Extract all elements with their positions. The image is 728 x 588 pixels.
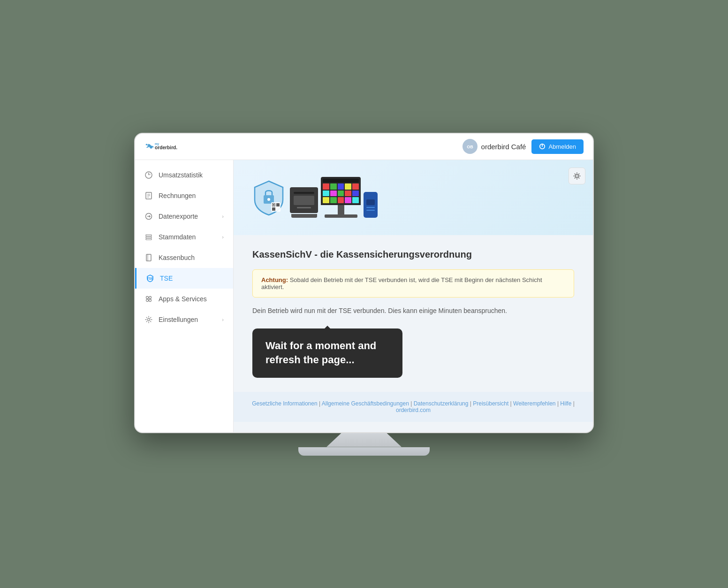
- chevron-right-icon-2: ›: [222, 234, 224, 240]
- svg-point-0: [147, 144, 148, 145]
- app-header: my orderbird. OB orderbird Café: [135, 134, 593, 160]
- sidebar-label-apps-services: Apps & Services: [159, 295, 207, 303]
- footer-link-preise[interactable]: Preisübersicht: [473, 400, 508, 407]
- svg-point-20: [146, 296, 149, 298]
- sidebar-item-tse[interactable]: TSE TSE: [135, 268, 233, 289]
- sidebar-item-einstellungen[interactable]: Einstellungen ›: [135, 309, 233, 330]
- svg-point-27: [267, 198, 270, 201]
- sidebar-label-stammdaten: Stammdaten: [159, 233, 196, 241]
- svg-rect-32: [276, 203, 280, 206]
- hero-section: [234, 160, 593, 235]
- svg-text:OB: OB: [467, 145, 473, 149]
- monitor-stand: [326, 433, 402, 447]
- footer-link-agb[interactable]: Allgemeine Geschäftsbedingungen: [322, 400, 409, 407]
- tooltip-box: Wait for a moment and refresh the page..…: [252, 328, 402, 378]
- venue-logo-icon: OB: [465, 141, 475, 152]
- sidebar-label-einstellungen: Einstellungen: [159, 316, 198, 323]
- orderbird-logo: my orderbird.: [144, 138, 196, 155]
- power-icon: [539, 143, 546, 150]
- venue-avatar: OB: [463, 139, 478, 154]
- tooltip-text: Wait for a moment and refresh the page..…: [265, 340, 376, 366]
- monitor-wrapper: my orderbird. OB orderbird Café: [134, 133, 594, 456]
- shield-icon: TSE: [146, 274, 154, 283]
- header-right: OB orderbird Café Abmelden: [463, 139, 584, 154]
- sidebar-label-umsatzstatistik: Umsatzstatistik: [159, 171, 203, 179]
- logout-button[interactable]: Abmelden: [531, 139, 584, 154]
- receipt-icon: [144, 191, 153, 200]
- chevron-right-icon-3: ›: [222, 317, 224, 322]
- svg-rect-16: [146, 238, 152, 240]
- sidebar-label-rechnungen: Rechnungen: [159, 192, 196, 199]
- svg-rect-31: [273, 204, 274, 206]
- svg-point-24: [148, 318, 150, 321]
- page-title: KassenSichV - die Kassensicherungsverord…: [252, 249, 574, 260]
- tooltip-wrapper: Wait for a moment and refresh the page..…: [252, 328, 402, 378]
- svg-rect-14: [146, 235, 152, 236]
- book-icon: [144, 253, 153, 262]
- svg-point-25: [576, 175, 578, 177]
- tse-shield-hero: [252, 179, 285, 216]
- svg-text:TSE: TSE: [147, 277, 153, 280]
- sidebar-item-umsatzstatistik[interactable]: Umsatzstatistik: [135, 165, 233, 185]
- svg-point-23: [149, 299, 152, 301]
- sidebar-item-datenexporte[interactable]: Datenexporte ›: [135, 206, 233, 227]
- content-section: KassenSichV - die Kassensicherungsverord…: [234, 235, 593, 392]
- settings-top-button[interactable]: [569, 168, 585, 184]
- chart-icon: [144, 171, 153, 179]
- footer-link-orderbird[interactable]: orderbird.com: [396, 407, 431, 413]
- venue-name: orderbird Café: [481, 143, 526, 151]
- sidebar: Umsatzstatistik Rechnungen: [135, 160, 234, 432]
- logo-area: my orderbird.: [144, 138, 196, 155]
- sidebar-item-apps-services[interactable]: Apps & Services: [135, 289, 233, 309]
- warning-label: Achtung:: [261, 276, 288, 283]
- monitor-screen: my orderbird. OB orderbird Café: [134, 133, 594, 433]
- footer-link-weiterempfehlen[interactable]: Weiterempfehlen: [513, 400, 556, 407]
- sidebar-item-stammdaten[interactable]: Stammdaten ›: [135, 227, 233, 247]
- sidebar-label-tse: TSE: [160, 275, 173, 282]
- settings-icon: [573, 172, 581, 180]
- hero-illustration: [252, 177, 378, 218]
- export-icon: [144, 212, 153, 221]
- footer-link-datenschutz[interactable]: Datenschutzerklärung: [414, 400, 469, 407]
- sidebar-label-kassenbuch: Kassenbuch: [159, 254, 195, 261]
- sidebar-item-kassenbuch[interactable]: Kassenbuch: [135, 247, 233, 268]
- pos-hardware-illustration: [290, 177, 378, 218]
- gear-icon: [144, 315, 153, 324]
- layers-icon: [144, 233, 153, 241]
- svg-point-21: [149, 296, 152, 298]
- warning-box: Achtung: Sobald dein Betrieb mit der TSE…: [252, 269, 574, 298]
- footer: Gesetzliche Informationen | Allgemeine G…: [234, 392, 593, 422]
- info-text: Dein Betrieb wird nun mit der TSE verbun…: [252, 307, 574, 314]
- svg-rect-15: [146, 237, 152, 238]
- footer-link-hilfe[interactable]: Hilfe: [560, 400, 571, 407]
- venue-badge: OB orderbird Café: [463, 139, 526, 154]
- svg-rect-17: [146, 254, 151, 261]
- monitor-base: [298, 447, 430, 456]
- chevron-right-icon: ›: [222, 214, 224, 219]
- svg-text:orderbird.: orderbird.: [155, 145, 177, 150]
- app-layout: Umsatzstatistik Rechnungen: [135, 160, 593, 432]
- sidebar-label-datenexporte: Datenexporte: [159, 213, 198, 220]
- footer-link-gesetzliche[interactable]: Gesetzliche Informationen: [252, 400, 317, 407]
- sidebar-item-rechnungen[interactable]: Rechnungen: [135, 185, 233, 206]
- svg-rect-33: [272, 207, 275, 211]
- apps-icon: [144, 295, 153, 303]
- svg-point-22: [146, 299, 149, 301]
- warning-text: Sobald dein Betrieb mit der TSE verbunde…: [261, 276, 542, 290]
- main-content: KassenSichV - die Kassensicherungsverord…: [234, 160, 593, 432]
